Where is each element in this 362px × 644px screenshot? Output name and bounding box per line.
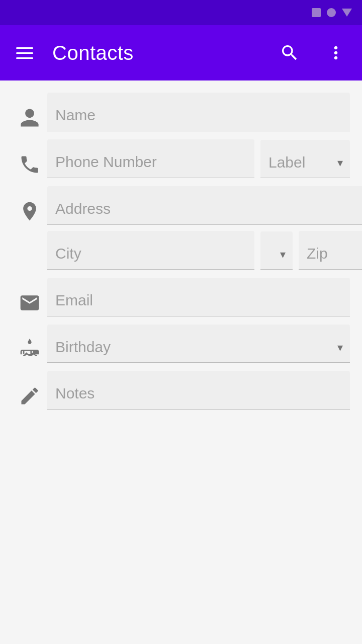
person-icon-wrapper [12,93,47,129]
notes-fields [47,371,350,410]
birthday-icon [19,339,41,361]
email-row [0,278,362,316]
contact-form: Label Mobile Home Work Main Other ▾ [0,80,362,430]
status-square-icon [312,8,321,17]
status-circle-icon [327,8,336,17]
app-bar-title: Contacts [52,42,260,64]
pencil-icon [19,385,41,407]
email-input[interactable] [47,278,350,316]
email-icon [19,292,41,314]
location-icon-wrapper [12,186,47,222]
name-row [0,93,362,131]
city-input[interactable] [47,231,254,270]
search-icon [280,43,300,63]
birthday-select-wrapper: Birthday JanuaryFebruaryMarch AprilMayJu… [47,325,350,363]
more-options-button[interactable] [322,39,350,67]
phone-row: Label Mobile Home Work Main Other ▾ [0,139,362,178]
birthday-row: Birthday JanuaryFebruaryMarch AprilMayJu… [0,325,362,363]
address-fields: State ALAKAZ CACOFL GANYTX ▾ [47,186,362,270]
birthday-icon-wrapper [12,325,47,361]
phone-fields: Label Mobile Home Work Main Other ▾ [47,139,350,178]
location-icon [19,200,41,222]
search-button[interactable] [276,39,304,67]
app-bar: Contacts [0,25,362,80]
state-select-wrapper: State ALAKAZ CACOFL GANYTX ▾ [260,231,293,270]
birthday-select[interactable]: Birthday JanuaryFebruaryMarch AprilMayJu… [47,325,350,363]
app-bar-action-icons [276,39,350,67]
email-icon-wrapper [12,278,47,314]
notes-input[interactable] [47,371,350,410]
hamburger-icon [16,47,33,59]
notes-icon-wrapper [12,371,47,407]
name-fields [47,93,350,131]
address-input[interactable] [47,186,362,225]
phone-label-select[interactable]: Label Mobile Home Work Main Other [260,140,350,178]
phone-field-wrapper: Label Mobile Home Work Main Other ▾ [47,139,350,178]
person-icon [19,107,41,129]
more-vertical-icon [326,43,346,63]
name-input[interactable] [47,93,350,131]
phone-label-wrapper: Label Mobile Home Work Main Other ▾ [260,139,350,178]
phone-number-input[interactable] [47,139,254,178]
state-select[interactable]: State ALAKAZ CACOFL GANYTX [260,231,293,270]
phone-icon-wrapper [12,139,47,176]
email-fields [47,278,350,316]
phone-icon [19,153,41,176]
status-triangle-icon [342,9,352,17]
city-state-zip-wrapper: State ALAKAZ CACOFL GANYTX ▾ [47,231,362,270]
address-row: State ALAKAZ CACOFL GANYTX ▾ [0,186,362,270]
status-bar [0,0,362,25]
menu-button[interactable] [12,43,37,63]
birthday-fields: Birthday JanuaryFebruaryMarch AprilMayJu… [47,325,350,363]
notes-row [0,371,362,410]
zip-input[interactable] [299,231,362,270]
status-icons [312,8,352,17]
